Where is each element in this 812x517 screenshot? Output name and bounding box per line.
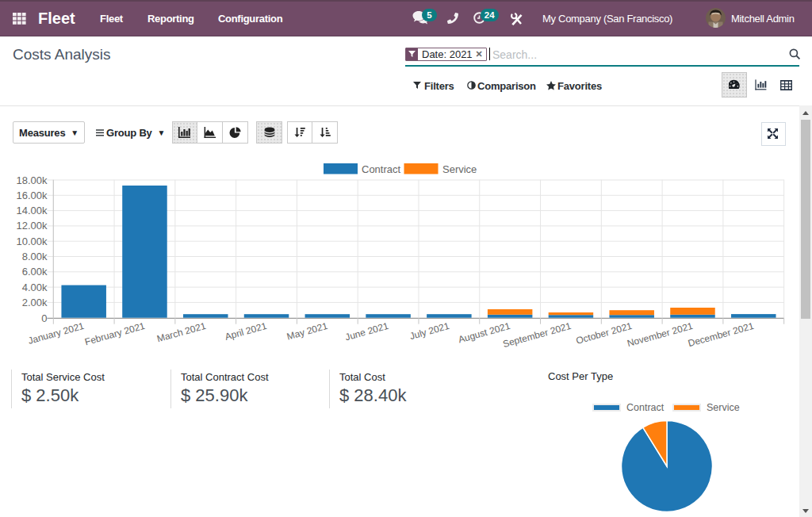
svg-text:July 2021: July 2021: [408, 320, 451, 342]
svg-text:November 2021: November 2021: [626, 320, 694, 349]
svg-text:14.00k: 14.00k: [16, 205, 48, 216]
svg-text:March 2021: March 2021: [155, 320, 207, 345]
svg-text:October 2021: October 2021: [575, 320, 634, 347]
svg-text:April 2021: April 2021: [224, 320, 268, 343]
svg-text:2.00k: 2.00k: [22, 297, 48, 308]
svg-text:September 2021: September 2021: [502, 320, 573, 350]
svg-text:February 2021: February 2021: [83, 320, 146, 347]
svg-text:16.00k: 16.00k: [16, 190, 48, 201]
svg-text:Service: Service: [442, 163, 477, 175]
svg-text:4.00k: 4.00k: [22, 281, 48, 293]
svg-text:Contract: Contract: [362, 163, 401, 175]
svg-text:January 2021: January 2021: [27, 320, 86, 347]
svg-text:10.00k: 10.00k: [16, 236, 48, 247]
svg-text:May 2021: May 2021: [285, 320, 329, 343]
svg-text:6.00k: 6.00k: [22, 266, 48, 278]
svg-text:12.00k: 12.00k: [16, 220, 48, 232]
svg-text:8.00k: 8.00k: [22, 251, 48, 262]
svg-text:18.00k: 18.00k: [16, 174, 48, 186]
svg-text:December 2021: December 2021: [687, 320, 755, 349]
svg-text:June 2021: June 2021: [344, 320, 390, 343]
svg-text:0: 0: [41, 312, 47, 324]
